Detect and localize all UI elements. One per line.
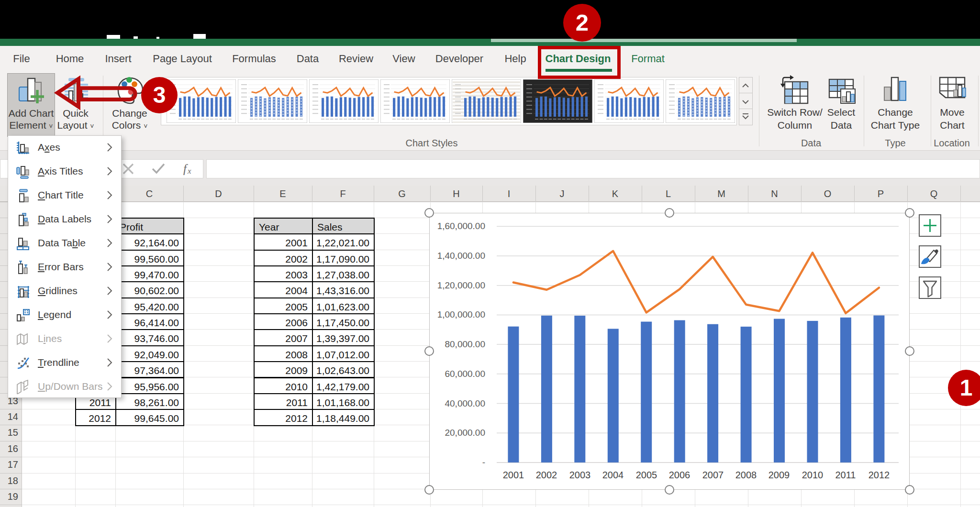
svg-text:x: x xyxy=(187,166,191,176)
